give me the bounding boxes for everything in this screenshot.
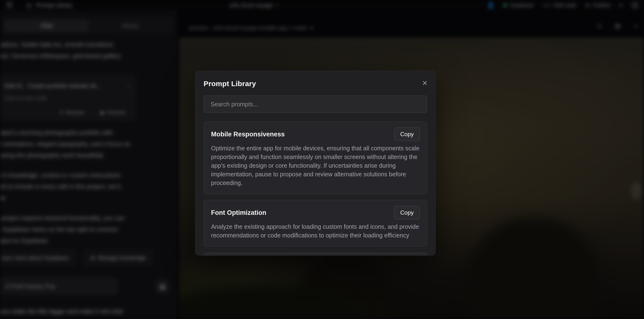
modal-title: Prompt Library	[204, 80, 427, 88]
prompt-body: Optimize the entire app for mobile devic…	[211, 144, 420, 187]
copy-button[interactable]: Copy	[394, 128, 420, 141]
prompt-list: Mobile Responsiveness Copy Optimize the …	[204, 122, 427, 256]
close-icon[interactable]: ✕	[422, 79, 428, 87]
prompt-card-font-optimization: Font Optimization Copy Analyze the exist…	[204, 200, 427, 246]
prompt-title: Font Optimization	[211, 209, 266, 216]
copy-button[interactable]: Copy	[394, 206, 420, 220]
prompt-card-mobile-responsiveness: Mobile Responsiveness Copy Optimize the …	[204, 122, 427, 194]
search-input[interactable]	[204, 96, 427, 113]
prompt-card-header: Mobile Responsiveness Copy	[211, 128, 420, 141]
prompt-title: Mobile Responsiveness	[211, 131, 285, 138]
prompt-card-partial	[204, 252, 427, 256]
app-window: ▤ Prompt Library urfa cloud voyage ▾ 👤 S…	[0, 0, 644, 319]
prompt-body: Analyze the existing approach for loadin…	[211, 222, 420, 240]
prompt-card-header: Font Optimization Copy	[211, 206, 420, 220]
prompt-library-modal: Prompt Library ✕ Mobile Responsiveness C…	[195, 71, 436, 256]
